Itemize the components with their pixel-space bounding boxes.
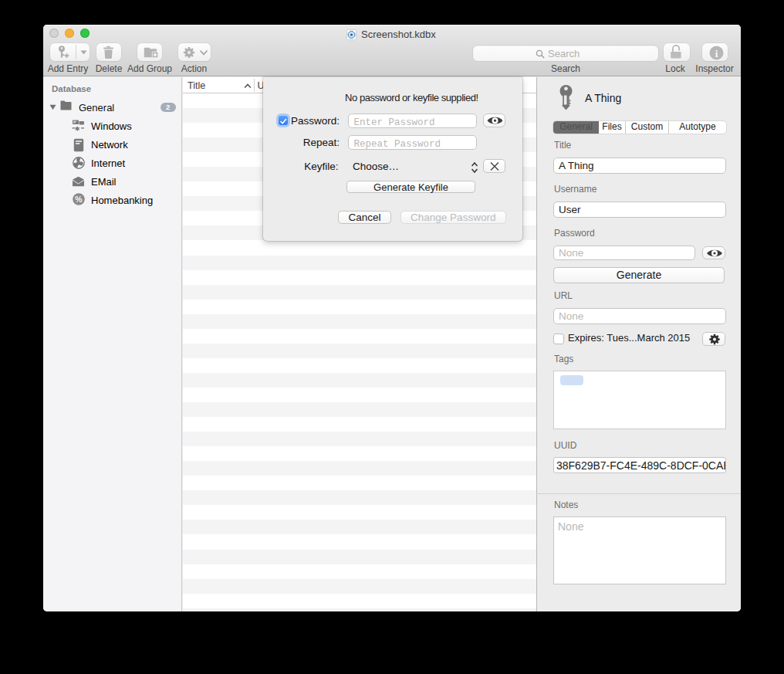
svg-text:%: % <box>75 195 83 204</box>
svg-text:i: i <box>715 47 718 59</box>
